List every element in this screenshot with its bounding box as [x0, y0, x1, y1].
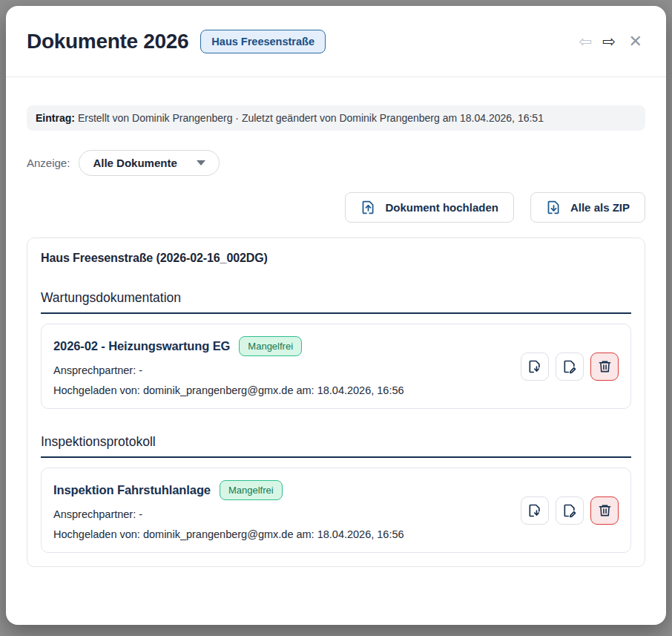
- section-heading-inspektionsprotokoll: Inspektionsprotokoll: [41, 434, 631, 458]
- upload-document-icon: [360, 200, 376, 215]
- edit-document-icon: [562, 359, 577, 374]
- edit-document-button[interactable]: [556, 353, 584, 381]
- download-document-button[interactable]: [521, 353, 549, 381]
- delete-document-button[interactable]: [590, 353, 619, 381]
- documents-modal: Dokumente 2026 Haus Freesenstraße ⇦ ⇨ ✕ …: [6, 6, 666, 625]
- download-all-zip-button[interactable]: Alle als ZIP: [530, 192, 645, 223]
- trash-icon: [598, 503, 612, 517]
- upload-document-label: Dokument hochladen: [385, 201, 498, 214]
- previous-arrow-icon[interactable]: ⇦: [579, 33, 592, 49]
- status-badge: Mangelfrei: [220, 480, 283, 500]
- filter-label: Anzeige:: [27, 157, 70, 169]
- download-document-button[interactable]: [521, 496, 549, 525]
- entry-meta-bar: Eintrag:Erstellt von Dominik Prangenberg…: [27, 105, 645, 131]
- entry-meta-text: Erstellt von Dominik Prangenberg · Zulet…: [78, 112, 544, 124]
- filter-selected-value: Alle Dokumente: [93, 157, 177, 169]
- chevron-down-icon: [197, 160, 205, 165]
- header-tools: ⇦ ⇨ ✕: [579, 32, 645, 51]
- document-filter-select[interactable]: Alle Dokumente: [79, 150, 219, 176]
- document-entry: 2026-02 - Heizungswartung EG Mangelfrei …: [41, 324, 631, 409]
- actions-row: Dokument hochladen Alle als ZIP: [27, 192, 645, 223]
- upload-document-button[interactable]: Dokument hochladen: [345, 192, 514, 223]
- document-contact: Ansprechpartner: -: [53, 508, 509, 520]
- delete-document-button[interactable]: [590, 496, 619, 525]
- download-document-icon: [527, 503, 542, 518]
- modal-header: Dokumente 2026 Haus Freesenstraße ⇦ ⇨ ✕: [6, 6, 666, 77]
- download-zip-label: Alle als ZIP: [570, 201, 630, 214]
- download-document-icon: [527, 359, 542, 374]
- section-heading-wartungsdokumentation: Wartungsdokumentation: [41, 290, 631, 314]
- close-icon[interactable]: ✕: [626, 32, 645, 51]
- filter-row: Anzeige: Alle Dokumente: [27, 150, 645, 176]
- modal-body: Eintrag:Erstellt von Dominik Prangenberg…: [6, 77, 666, 625]
- trash-icon: [598, 359, 612, 373]
- document-uploaded-by: Hochgeladen von: dominik_prangenberg@gmx…: [53, 384, 509, 396]
- document-contact: Ansprechpartner: -: [53, 364, 509, 376]
- entry-actions: [521, 496, 619, 525]
- house-badge[interactable]: Haus Freesenstraße: [200, 30, 326, 53]
- document-title: 2026-02 - Heizungswartung EG: [53, 339, 230, 353]
- entry-meta-label: Eintrag:: [36, 112, 75, 124]
- property-title: Haus Freesenstraße (2026-02-16_002DG): [41, 252, 631, 265]
- edit-document-button[interactable]: [556, 496, 584, 525]
- status-badge: Mangelfrei: [239, 336, 302, 356]
- edit-document-icon: [562, 503, 577, 518]
- download-zip-icon: [546, 200, 561, 215]
- document-entry: Inspektion Fahrstuhlanlage Mangelfrei An…: [41, 468, 631, 553]
- property-documents-card: Haus Freesenstraße (2026-02-16_002DG) Wa…: [27, 237, 645, 567]
- modal-title: Dokumente 2026: [27, 30, 188, 53]
- document-title: Inspektion Fahrstuhlanlage: [53, 483, 211, 497]
- entry-actions: [521, 353, 619, 381]
- next-arrow-icon[interactable]: ⇨: [602, 33, 616, 49]
- document-uploaded-by: Hochgeladen von: dominik_prangenberg@gmx…: [53, 528, 509, 540]
